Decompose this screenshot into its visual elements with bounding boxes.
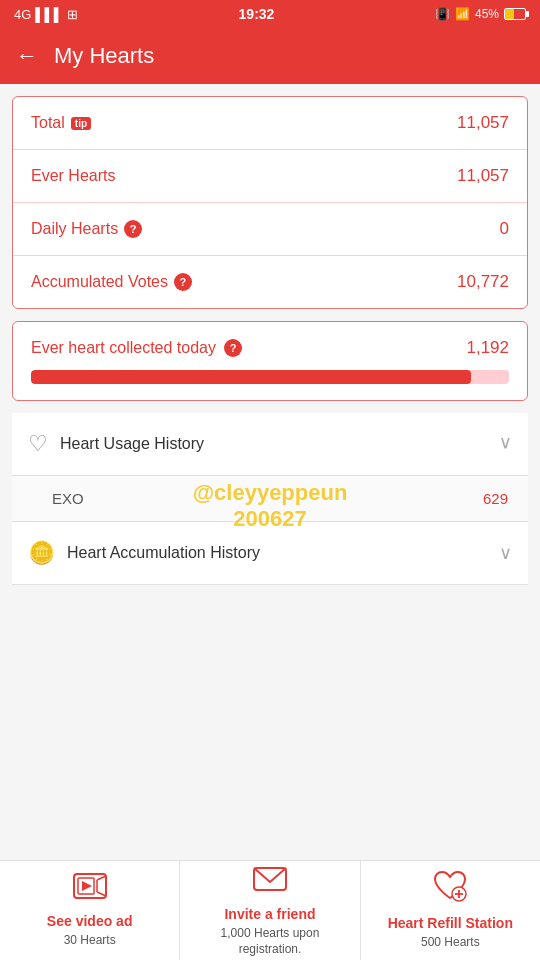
accumulated-votes-label: Accumulated Votes (31, 273, 168, 291)
see-video-ad-button[interactable]: See video ad 30 Hearts (0, 861, 180, 960)
daily-hearts-label-group: Daily Hearts ? (31, 220, 142, 238)
battery-text: 45% (475, 7, 499, 21)
heart-accumulation-history-label: Heart Accumulation History (67, 544, 260, 562)
stats-card: Total tip 11,057 Ever Hearts 11,057 Dail… (12, 96, 528, 309)
heart-usage-history-label: Heart Usage History (60, 435, 204, 453)
main-content: Total tip 11,057 Ever Hearts 11,057 Dail… (0, 84, 540, 707)
ever-hearts-value: 11,057 (457, 166, 509, 186)
exo-value: 629 (483, 490, 508, 507)
collected-today-card: Ever heart collected today ? 1,192 (12, 321, 528, 401)
status-time: 19:32 (239, 6, 275, 22)
heart-refill-icon (433, 870, 467, 909)
chevron-down-icon: ∨ (499, 542, 512, 564)
bottom-bar: See video ad 30 Hearts Invite a friend 1… (0, 860, 540, 960)
heart-accumulation-history-row[interactable]: 🪙 Heart Accumulation History ∨ (12, 522, 528, 585)
svg-line-3 (97, 876, 106, 880)
page-title: My Hearts (54, 43, 154, 69)
collected-today-row: Ever heart collected today ? 1,192 (31, 338, 509, 358)
accumulated-votes-row: Accumulated Votes ? 10,772 (13, 256, 527, 308)
collected-today-label: Ever heart collected today (31, 339, 216, 357)
progress-bar-fill (31, 370, 471, 384)
ever-hearts-row: Ever Hearts 11,057 (13, 150, 527, 203)
video-ad-title: See video ad (47, 913, 133, 929)
daily-hearts-value: 0 (500, 219, 509, 239)
svg-marker-2 (82, 881, 92, 891)
heart-usage-history-row[interactable]: ♡ Heart Usage History ∧ (12, 413, 528, 476)
total-value: 11,057 (457, 113, 509, 133)
progress-bar-bg (31, 370, 509, 384)
collected-today-help-icon[interactable]: ? (224, 339, 242, 357)
total-label-group: Total tip (31, 114, 91, 132)
heart-refill-title: Heart Refill Station (388, 915, 513, 931)
top-bar: ← My Hearts (0, 28, 540, 84)
status-right: 📳 📶 45% (435, 7, 526, 21)
heart-usage-left: ♡ Heart Usage History (28, 431, 204, 457)
back-button[interactable]: ← (16, 43, 38, 69)
daily-hearts-help-icon[interactable]: ? (124, 220, 142, 238)
video-ad-icon (72, 872, 108, 907)
chevron-up-icon: ∧ (499, 433, 512, 455)
status-bar: 4G ▌▌▌ ⊞ 19:32 📳 📶 45% (0, 0, 540, 28)
invite-friend-button[interactable]: Invite a friend 1,000 Hearts upon regist… (180, 861, 360, 960)
total-label: Total (31, 114, 65, 132)
tip-badge: tip (71, 117, 91, 130)
heart-accumulation-left: 🪙 Heart Accumulation History (28, 540, 260, 566)
heart-accumulation-icon: 🪙 (28, 540, 55, 566)
accumulated-votes-label-group: Accumulated Votes ? (31, 273, 192, 291)
wifi-icon: 📶 (455, 7, 470, 21)
invite-friend-title: Invite a friend (224, 906, 315, 922)
ever-hearts-label: Ever Hearts (31, 167, 115, 185)
accumulated-votes-value: 10,772 (457, 272, 509, 292)
invite-friend-icon (253, 863, 287, 900)
collected-today-label-group: Ever heart collected today ? (31, 339, 242, 357)
data-icon: ⊞ (67, 7, 78, 22)
video-ad-sub: 30 Hearts (64, 933, 116, 949)
signal-bars: ▌▌▌ (35, 7, 63, 22)
vibrate-icon: 📳 (435, 7, 450, 21)
total-row: Total tip 11,057 (13, 97, 527, 150)
heart-usage-icon: ♡ (28, 431, 48, 457)
accumulated-votes-help-icon[interactable]: ? (174, 273, 192, 291)
exo-label: EXO (52, 490, 84, 507)
heart-refill-button[interactable]: Heart Refill Station 500 Hearts (361, 861, 540, 960)
battery-icon (504, 8, 526, 20)
status-left: 4G ▌▌▌ ⊞ (14, 7, 78, 22)
exo-row: EXO 629 (12, 476, 528, 522)
invite-friend-sub: 1,000 Hearts upon registration. (188, 926, 351, 957)
heart-refill-sub: 500 Hearts (421, 935, 480, 951)
svg-line-4 (97, 892, 106, 896)
daily-hearts-row: Daily Hearts ? 0 (13, 203, 527, 256)
daily-hearts-label: Daily Hearts (31, 220, 118, 238)
collected-today-value: 1,192 (466, 338, 509, 358)
signal-text: 4G (14, 7, 31, 22)
